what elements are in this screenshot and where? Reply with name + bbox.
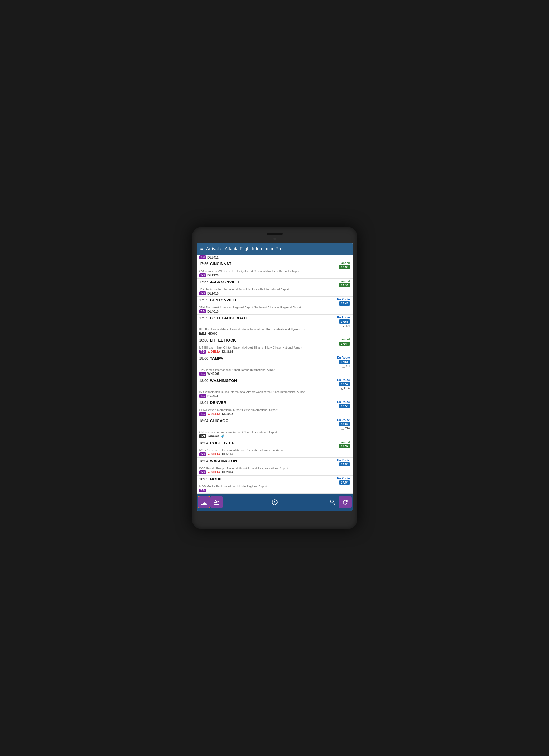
flight-info-row: T-N NK600 (199, 332, 350, 335)
flight-row-top: 17:57 JACKSONVILLE Landed 17:36 (199, 280, 350, 287)
flight-row-top: 17:59 BENTONVILLE En Route 17:43 (199, 298, 350, 306)
flight-time: 17:57 (199, 280, 208, 284)
flight-time-city: 18:04 WASHINGTON (199, 459, 237, 463)
flight-airport: JAX-Jacksonville International Airport J… (199, 288, 310, 291)
flight-time: 18:00 (199, 338, 208, 342)
status-time: 18:02 (339, 422, 350, 426)
flight-time: 17:59 (199, 298, 208, 302)
flight-city: ROCHESTER (210, 440, 235, 445)
flight-row[interactable]: 18:04 CHICAGO En Route 18:02 T10 ORD-O'H… (197, 417, 353, 439)
flight-row[interactable]: 18:00 LITTLE ROCK Landed 17:44 LIT-Bill … (197, 337, 353, 355)
delta-triangle: ▲ (207, 471, 210, 474)
flight-row[interactable]: 17:56 CINCINNATI Landed 17:39 CVG-Cincin… (197, 260, 353, 279)
status-label: En Route (337, 477, 350, 480)
status-label: Landed (339, 261, 350, 265)
flight-row[interactable]: 18:04 WASHINGTON En Route 17:54 DCA-Rona… (197, 458, 353, 476)
flight-info-row: T-S DL4010 (199, 309, 350, 313)
flight-city: CINCINNATI (210, 261, 233, 266)
flight-time: 18:01 (199, 401, 208, 405)
status-label: En Route (337, 356, 350, 359)
flight-row[interactable]: 18:05 MOBILE En Route 17:54 MOB-Mobile R… (197, 476, 353, 494)
flight-list: T-S DL5411 17:56 CINCINNATI Landed 17:39… (197, 255, 353, 493)
search-button[interactable] (326, 496, 339, 508)
status-label: En Route (337, 298, 350, 301)
flight-number: NK600 (208, 332, 217, 335)
flight-airport: LIT-Bill and Hillary Clinton National Ai… (199, 346, 310, 349)
flight-airport: CVG-Cincinnati/Northern Kentucky Airport… (199, 270, 310, 273)
partial-top-row: T-S DL5411 (197, 255, 353, 260)
status-time: 17:39 (339, 265, 350, 269)
flight-number: WN2005 (207, 372, 220, 376)
flight-time-city: 17:56 CINCINNATI (199, 261, 233, 266)
delta-text: DELTA (211, 413, 221, 416)
flight-time: 18:00 (199, 356, 208, 360)
flight-time-city: 18:04 CHICAGO (199, 418, 229, 423)
tag: T-S (199, 291, 206, 295)
flight-time-city: 18:00 WASHINGTON (199, 378, 237, 383)
partial-flight-number: DL5411 (207, 256, 219, 259)
delta-triangle: ▲ (207, 350, 210, 353)
flight-time-city: 18:00 LITTLE ROCK (199, 338, 236, 342)
tag: T-S (199, 470, 206, 474)
flight-number: DL1861 (222, 350, 233, 354)
tag: T-S (199, 394, 206, 398)
status-time: 17:43 (339, 301, 350, 306)
flight-status-block: Landed 17:36 (339, 280, 350, 287)
status-label: En Route (337, 316, 350, 319)
flight-row[interactable]: 17:57 JACKSONVILLE Landed 17:36 JAX-Jack… (197, 279, 353, 297)
flight-city: DENVER (210, 400, 227, 405)
flight-info-row: T-S WN2005 (199, 372, 350, 376)
flight-row-top: 18:00 TAMPA En Route 17:51 C4 (199, 356, 350, 368)
flight-city: WASHINGTON (210, 459, 237, 463)
tag-ts: T-S (199, 255, 206, 259)
flight-row[interactable]: 17:59 FORT LAUDERDALE En Route 17:56 D4 … (197, 315, 353, 337)
flight-row[interactable]: 18:00 TAMPA En Route 17:51 C4 TPA-Tampa … (197, 355, 353, 377)
flight-status-block: En Route 17:51 C4 (337, 356, 350, 368)
status-time: 17:36 (339, 283, 350, 287)
flight-airport: TPA-Tampa International Airport Tampa In… (199, 368, 310, 371)
flight-time-city: 18:04 ROCHESTER (199, 440, 235, 445)
flight-row[interactable]: 17:59 BENTONVILLE En Route 17:43 XNA-Nor… (197, 297, 353, 315)
flight-airport: XNA-Northwest Arkansas Regional Airport … (199, 306, 310, 309)
flight-city: LITTLE ROCK (210, 338, 236, 342)
status-label: En Route (337, 459, 350, 462)
flight-row[interactable]: 18:04 ROCHESTER Landed 17:39 RST-Rochest… (197, 439, 353, 458)
tag: T-S (199, 273, 206, 277)
delta-triangle: ▲ (207, 412, 210, 416)
refresh-button[interactable] (339, 496, 352, 508)
status-label: Landed (339, 280, 350, 283)
flight-airport: IAD-Washington Dulles International Airp… (199, 390, 310, 393)
flight-number: F91493 (207, 394, 218, 398)
flight-status-block: En Route 17:54 (337, 459, 350, 466)
flight-info-row: T-S DL1126 (199, 273, 350, 277)
flight-row-top: 18:04 WASHINGTON En Route 17:54 (199, 459, 350, 466)
flight-number: DL2364 (222, 470, 233, 474)
flight-info-row: T-N AA4348 🧳 10 (199, 434, 350, 438)
clock-button[interactable] (268, 496, 281, 508)
flight-row-top: 18:00 LITTLE ROCK Landed 17:44 (199, 338, 350, 346)
departures-button[interactable] (210, 496, 223, 508)
gate-badge: C4 (342, 364, 350, 368)
arrivals-button[interactable] (198, 496, 210, 508)
flight-airport: FLL-Fort Lauderdale-Hollywood Internatio… (199, 328, 310, 331)
flight-airport: ORD-O'Hare International Airport O'Hare … (199, 431, 310, 434)
flight-row-top: 17:59 FORT LAUDERDALE En Route 17:56 D4 (199, 316, 350, 328)
status-time: 17:39 (339, 444, 350, 448)
header: ≡ Arrivals - Atlanta Flight Information … (197, 243, 353, 255)
menu-icon[interactable]: ≡ (200, 246, 203, 251)
luggage-count: 10 (226, 434, 229, 438)
flight-row-top: 18:05 MOBILE En Route 17:54 (199, 477, 350, 485)
flight-number: AA4348 (208, 434, 219, 438)
tag: T-N (199, 332, 206, 335)
flight-status-block: En Route 17:56 (337, 400, 350, 408)
flight-info-row: T-S ▲ DELTA DL1861 (199, 350, 350, 354)
flight-row[interactable]: 18:00 WASHINGTON En Route 17:57 D1A IAD-… (197, 377, 353, 399)
tag: T-N (199, 434, 206, 438)
bottom-nav (197, 494, 353, 511)
tag: T-S (199, 350, 206, 354)
flight-number: DL1126 (207, 274, 219, 277)
delta-logo: ▲ DELTA (207, 453, 221, 456)
delta-triangle: ▲ (207, 453, 210, 456)
flight-row[interactable]: 18:01 DENVER En Route 17:56 DEN-Denver I… (197, 399, 353, 417)
flight-row-top: 18:01 DENVER En Route 17:56 (199, 400, 350, 408)
